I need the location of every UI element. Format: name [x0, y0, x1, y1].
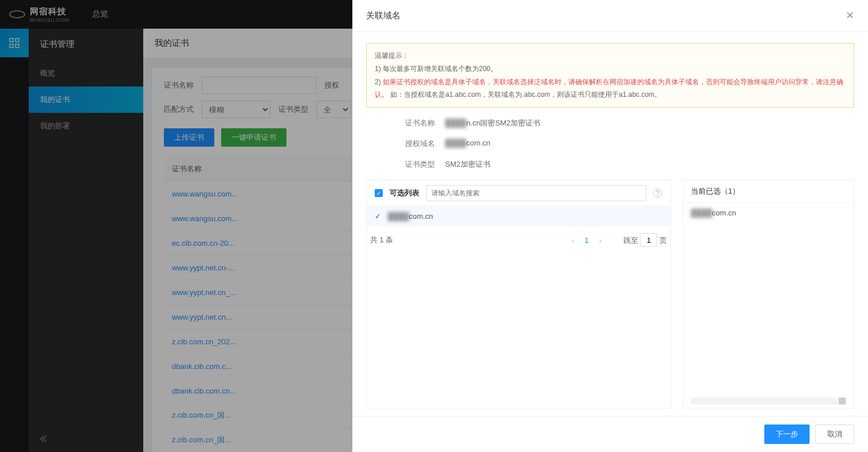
transfer-selected: 当前已选（1） ████com.cn [682, 180, 854, 408]
transfer-available: ✓ 可选列表 ? ✓ ████com.cn 共 1 条 ‹ 1 › 跳至 页 [366, 180, 671, 408]
available-item[interactable]: ✓ ████com.cn [367, 206, 670, 226]
horizontal-scrollbar[interactable] [691, 398, 846, 404]
cancel-button[interactable]: 取消 [815, 425, 854, 444]
info-auth-domain: 授权域名 ████com.cn [395, 139, 854, 149]
selected-title: 当前已选（1） [683, 180, 854, 203]
pager-prev-icon[interactable]: ‹ [572, 236, 574, 245]
associate-domain-modal: 关联域名 ✕ 温馨提示： 1) 每次最多可新增关联域名个数为200。 2) 如果… [352, 0, 868, 452]
item-checkbox[interactable]: ✓ [375, 212, 381, 221]
help-icon[interactable]: ? [653, 188, 662, 198]
pager-total: 共 1 条 [370, 235, 393, 245]
available-title: 可选列表 [390, 188, 419, 198]
info-cert-name: 证书名称 ████n.cn国密SM2加密证书 [395, 118, 854, 128]
pager-jump-input[interactable] [640, 233, 657, 247]
pager-next-icon[interactable]: › [599, 236, 601, 245]
tip-box: 温馨提示： 1) 每次最多可新增关联域名个数为200。 2) 如果证书授权的域名… [366, 43, 854, 108]
tip-line-1: 1) 每次最多可新增关联域名个数为200。 [375, 62, 846, 76]
next-button[interactable]: 下一步 [764, 425, 810, 444]
select-all-checkbox[interactable]: ✓ [375, 189, 383, 197]
domain-search-input[interactable] [426, 185, 646, 201]
pager-current[interactable]: 1 [584, 236, 588, 245]
info-cert-type: 证书类型 SM2加密证书 [395, 159, 854, 170]
tip-line-2: 2) 如果证书授权的域名是具体子域名，关联域名选择泛域名时，请确保解析在网宿加速… [375, 76, 846, 102]
modal-title: 关联域名 [366, 10, 400, 21]
tip-title: 温馨提示： [375, 49, 846, 62]
close-icon[interactable]: ✕ [846, 9, 854, 22]
selected-item: ████com.cn [683, 203, 854, 223]
